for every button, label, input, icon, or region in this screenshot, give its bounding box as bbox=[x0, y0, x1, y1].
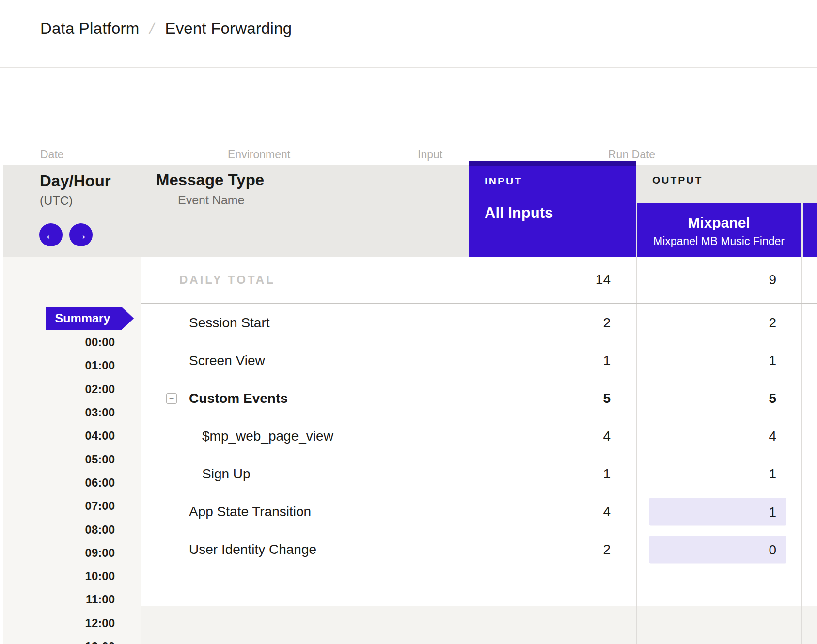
highlighted-cell: 0 bbox=[649, 536, 786, 564]
mixpanel-cell: 5 bbox=[636, 380, 801, 417]
cell-value: 4 bbox=[603, 504, 611, 520]
mixpanel-cell: 4 bbox=[636, 417, 801, 455]
hour-item[interactable]: 10:00 bbox=[85, 565, 141, 588]
mixpanel-cell: 2 bbox=[636, 304, 801, 342]
hour-item[interactable]: 04:00 bbox=[85, 424, 141, 447]
event-label: User Identity Change bbox=[189, 542, 316, 557]
breadcrumb-section[interactable]: Data Platform bbox=[40, 19, 139, 38]
hour-rail: Summary 00:00 01:00 02:00 03:00 04:00 05… bbox=[3, 257, 141, 644]
all-inputs-cell: 5 bbox=[469, 380, 636, 417]
cell-value: 2 bbox=[769, 315, 776, 331]
event-label: Sign Up bbox=[202, 466, 251, 482]
mixpanel-cell: 1 bbox=[636, 342, 801, 380]
event-label: Screen View bbox=[189, 353, 265, 368]
hour-item[interactable]: 09:00 bbox=[85, 541, 141, 565]
mixpanel-cell: 1 bbox=[636, 493, 801, 531]
hour-list: 00:00 01:00 02:00 03:00 04:00 05:00 06:0… bbox=[3, 331, 141, 644]
event-label: App State Transition bbox=[189, 504, 311, 520]
collapse-icon[interactable]: − bbox=[166, 393, 177, 404]
hour-item[interactable]: 13:00 bbox=[85, 635, 141, 644]
cell-value: 4 bbox=[769, 429, 776, 444]
cell-value: 1 bbox=[769, 353, 776, 368]
table-row: − Custom Events 5 5 bbox=[141, 380, 817, 417]
breadcrumb: Data Platform / Event Forwarding bbox=[40, 19, 292, 38]
previous-day-button[interactable]: ← bbox=[39, 223, 63, 246]
day-hour-timezone: (UTC) bbox=[40, 194, 73, 208]
output-subtitle: Mixpanel MB Music Finder bbox=[637, 235, 801, 248]
daily-total-all-inputs-cell: 14 bbox=[469, 257, 636, 303]
cell-value: 14 bbox=[596, 272, 611, 288]
hour-item[interactable]: 07:00 bbox=[85, 494, 141, 518]
table-row: App State Transition 4 1 bbox=[141, 493, 817, 531]
event-forwarding-page: Data Platform / Event Forwarding Date 08… bbox=[0, 0, 817, 644]
cell-value: 1 bbox=[603, 466, 611, 482]
hour-item[interactable]: 06:00 bbox=[85, 471, 141, 494]
mixpanel-cell: 0 bbox=[636, 531, 801, 568]
cell-value: 5 bbox=[769, 391, 776, 406]
summary-tab[interactable]: Summary bbox=[46, 307, 134, 330]
hour-item[interactable]: 03:00 bbox=[85, 401, 141, 424]
input-label: Input bbox=[418, 148, 442, 161]
next-output-column-partial bbox=[803, 203, 817, 257]
mixpanel-cell: 1 bbox=[636, 455, 801, 493]
hour-item[interactable]: 00:00 bbox=[85, 331, 141, 354]
table-row: Session Start 2 2 bbox=[141, 304, 817, 342]
environment-label: Environment bbox=[228, 148, 290, 161]
cell-value: 2 bbox=[603, 542, 611, 557]
event-label: Session Start bbox=[189, 315, 270, 331]
input-column-name: All Inputs bbox=[485, 204, 553, 222]
hour-item[interactable]: 05:00 bbox=[85, 447, 141, 471]
event-label: Custom Events bbox=[189, 391, 288, 406]
cell-value: 1 bbox=[769, 504, 776, 520]
column-divider bbox=[141, 165, 141, 257]
mixpanel-output-header[interactable]: Mixpanel Mixpanel MB Music Finder bbox=[637, 203, 801, 257]
table-footer-background bbox=[141, 606, 817, 644]
all-inputs-cell: 4 bbox=[469, 417, 636, 455]
table-row: Sign Up 1 1 bbox=[141, 455, 817, 493]
cell-value: 1 bbox=[769, 466, 776, 482]
left-edge-strip bbox=[0, 165, 3, 644]
daily-total-row: DAILY TOTAL 14 9 bbox=[141, 257, 817, 304]
daily-total-label: DAILY TOTAL bbox=[179, 273, 275, 287]
run-date-label: Run Date bbox=[608, 148, 655, 161]
top-bar: Data Platform / Event Forwarding bbox=[0, 0, 817, 68]
date-label: Date bbox=[40, 148, 64, 161]
output-section-label: OUTPUT bbox=[652, 174, 703, 186]
output-name: Mixpanel bbox=[637, 215, 801, 231]
hour-item[interactable]: 02:00 bbox=[85, 378, 141, 401]
highlighted-cell: 1 bbox=[649, 498, 786, 526]
breadcrumb-separator: / bbox=[148, 20, 156, 38]
all-inputs-cell: 1 bbox=[469, 455, 636, 493]
input-column-header: INPUT All Inputs bbox=[469, 161, 636, 257]
all-inputs-cell: 2 bbox=[469, 304, 636, 342]
table-row: Screen View 1 1 bbox=[141, 342, 817, 380]
event-label: $mp_web_page_view bbox=[202, 429, 333, 444]
next-day-button[interactable]: → bbox=[69, 223, 93, 246]
cell-value: 0 bbox=[769, 542, 776, 557]
arrow-right-icon: → bbox=[75, 229, 88, 242]
cell-value: 2 bbox=[603, 315, 611, 331]
cell-value: 5 bbox=[603, 391, 611, 406]
cell-value: 9 bbox=[769, 272, 776, 288]
message-type-header: Message Type bbox=[156, 171, 264, 189]
event-name-subheader: Event Name bbox=[178, 193, 245, 207]
input-section-label: INPUT bbox=[485, 175, 522, 187]
hour-item[interactable]: 01:00 bbox=[85, 354, 141, 377]
hour-item[interactable]: 11:00 bbox=[86, 588, 141, 611]
table-row: User Identity Change 2 0 bbox=[141, 531, 817, 568]
filter-bar: Date 08/08/2025 Environment Development … bbox=[0, 68, 817, 165]
page-title: Event Forwarding bbox=[165, 19, 292, 38]
daily-total-mixpanel-cell: 9 bbox=[636, 257, 801, 303]
all-inputs-cell: 4 bbox=[469, 493, 636, 531]
all-inputs-cell: 1 bbox=[469, 342, 636, 380]
hour-item[interactable]: 12:00 bbox=[85, 612, 141, 635]
cell-value: 1 bbox=[603, 353, 611, 368]
arrow-left-icon: ← bbox=[45, 229, 58, 242]
cell-value: 4 bbox=[603, 429, 611, 444]
all-inputs-cell: 2 bbox=[469, 531, 636, 568]
table-row: $mp_web_page_view 4 4 bbox=[141, 417, 817, 455]
day-hour-header: Day/Hour bbox=[40, 172, 111, 190]
summary-tab-label: Summary bbox=[55, 311, 110, 325]
hour-item[interactable]: 08:00 bbox=[85, 518, 141, 541]
